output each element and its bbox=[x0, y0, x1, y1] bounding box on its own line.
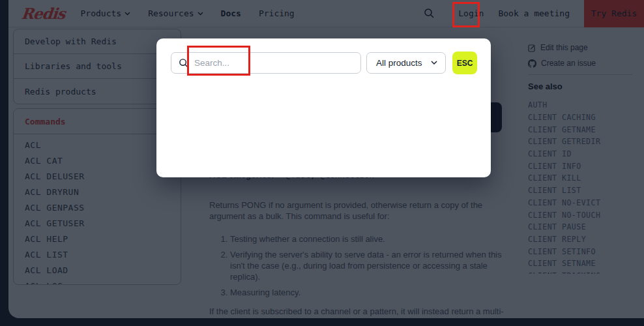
page: Redis Products Resources Docs bbox=[0, 0, 644, 326]
esc-button[interactable]: ESC bbox=[452, 52, 477, 74]
product-filter-select[interactable]: All products bbox=[366, 52, 446, 74]
annotation-box-search-icon bbox=[452, 2, 480, 27]
annotation-box-search-input bbox=[187, 46, 250, 76]
chevron-down-icon bbox=[431, 61, 437, 65]
